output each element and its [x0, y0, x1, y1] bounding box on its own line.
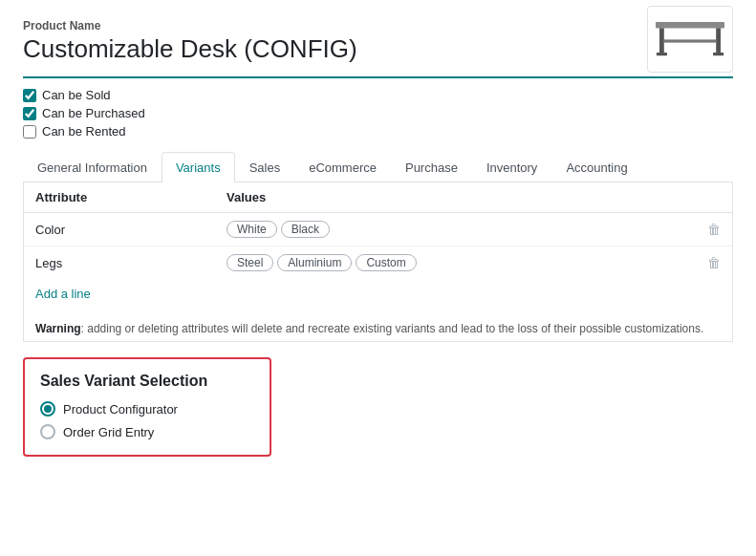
tab-inventory[interactable]: Inventory: [472, 152, 551, 182]
table-row: Color White Black 🗑: [24, 213, 732, 246]
checkbox-can-be-sold[interactable]: Can be Sold: [23, 88, 733, 102]
tabs-bar: General Information Variants Sales eComm…: [23, 152, 733, 182]
checkbox-purchased-input[interactable]: [23, 107, 36, 120]
svg-rect-3: [657, 53, 667, 55]
svg-rect-4: [713, 53, 724, 55]
value-steel[interactable]: Steel: [227, 254, 273, 271]
checkbox-can-be-rented[interactable]: Can be Rented: [23, 124, 733, 139]
delete-color-icon[interactable]: 🗑: [707, 222, 721, 237]
checkbox-rented-input[interactable]: [23, 125, 36, 139]
radio-grid-circle[interactable]: [40, 424, 55, 439]
attribute-color[interactable]: Color: [24, 213, 215, 246]
tab-content-variants: Attribute Values Color White Black 🗑: [23, 182, 733, 342]
col-attribute: Attribute: [24, 182, 215, 213]
value-custom[interactable]: Custom: [356, 254, 416, 271]
radio-order-grid-entry[interactable]: Order Grid Entry: [40, 424, 254, 439]
col-values: Values: [215, 182, 694, 213]
checkboxes-section: Can be Sold Can be Purchased Can be Rent…: [23, 88, 733, 139]
product-name-label: Product Name: [23, 19, 733, 32]
checkbox-purchased-label: Can be Purchased: [42, 106, 145, 120]
checkbox-sold-label: Can be Sold: [42, 88, 111, 102]
product-image[interactable]: [647, 6, 733, 73]
delete-legs-icon[interactable]: 🗑: [707, 255, 721, 270]
value-aluminium[interactable]: Aluminium: [277, 254, 352, 271]
warning-body: : adding or deleting attributes will del…: [81, 322, 704, 335]
tab-sales[interactable]: Sales: [235, 152, 295, 182]
svg-rect-1: [659, 28, 664, 54]
tab-general-information[interactable]: General Information: [23, 152, 162, 182]
svg-rect-2: [716, 28, 721, 54]
radio-configurator-circle[interactable]: [40, 401, 55, 417]
value-black[interactable]: Black: [281, 221, 330, 238]
radio-configurator-label: Product Configurator: [63, 402, 178, 417]
table-row: Legs Steel Aluminium Custom 🗑: [24, 246, 732, 280]
checkbox-rented-label: Can be Rented: [42, 124, 125, 139]
warning-text: Warning: adding or deleting attributes w…: [24, 309, 732, 341]
tab-variants[interactable]: Variants: [162, 152, 235, 182]
legs-values: Steel Aluminium Custom: [227, 254, 682, 271]
svg-rect-5: [664, 39, 716, 42]
product-title: Customizable Desk (CONFIG): [23, 34, 357, 64]
add-line-button[interactable]: Add a line: [24, 279, 102, 309]
tab-accounting[interactable]: Accounting: [551, 152, 641, 182]
attribute-legs[interactable]: Legs: [24, 246, 215, 280]
variants-table: Attribute Values Color White Black 🗑: [24, 182, 732, 279]
tab-purchase[interactable]: Purchase: [391, 152, 472, 182]
warning-bold: Warning: [35, 322, 81, 335]
tab-ecommerce[interactable]: eCommerce: [294, 152, 391, 182]
value-white[interactable]: White: [227, 221, 277, 238]
sales-variant-title: Sales Variant Selection: [40, 373, 254, 390]
sales-variant-selection: Sales Variant Selection Product Configur…: [23, 357, 271, 457]
color-values: White Black: [227, 221, 682, 238]
checkbox-sold-input[interactable]: [23, 89, 36, 102]
checkbox-can-be-purchased[interactable]: Can be Purchased: [23, 106, 733, 120]
radio-product-configurator[interactable]: Product Configurator: [40, 401, 254, 417]
svg-rect-0: [656, 22, 724, 28]
radio-grid-label: Order Grid Entry: [63, 425, 154, 439]
